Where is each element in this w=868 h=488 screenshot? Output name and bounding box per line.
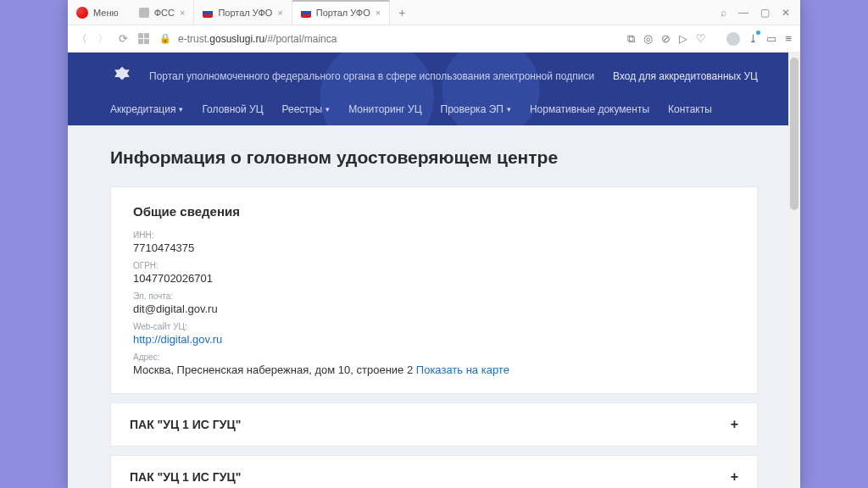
accordion-pak-2[interactable]: ПАК "УЦ 1 ИС ГУЦ" + — [110, 455, 758, 488]
svg-point-0 — [120, 71, 124, 75]
profile-avatar-icon[interactable] — [726, 32, 740, 46]
lock-icon: 🔒 — [159, 33, 171, 44]
camera-icon[interactable]: ◎ — [643, 32, 653, 45]
accordion-pak-1[interactable]: ПАК "УЦ 1 ИС ГУЦ" + — [110, 402, 758, 446]
tab-title: Портал УФО — [316, 8, 370, 18]
site-title: Портал уполномоченного федерального орга… — [149, 70, 598, 82]
nav-head-uc[interactable]: Головной УЦ — [202, 103, 263, 115]
site-label: Web-сайт УЦ: — [133, 322, 735, 331]
general-heading: Общие сведения — [133, 204, 735, 219]
general-info-card: Общие сведения ИНН: 7710474375 ОГРН: 104… — [110, 186, 758, 394]
search-icon[interactable]: ⌕ — [721, 7, 726, 19]
reload-icon[interactable]: ⟳ — [119, 32, 128, 45]
snapshot-icon[interactable]: ⧉ — [627, 32, 635, 46]
adblock-icon[interactable]: ⊘ — [661, 32, 670, 45]
close-window-icon[interactable]: ✕ — [782, 7, 790, 19]
favicon-icon — [301, 8, 311, 18]
address-value: Москва, Пресненская набережная, дом 10, … — [133, 363, 735, 376]
inn-value: 7710474375 — [133, 241, 735, 254]
maximize-icon[interactable]: ▢ — [760, 7, 770, 19]
url-prefix: e-trust. — [178, 33, 209, 45]
scrollbar-thumb[interactable] — [790, 58, 798, 210]
downloads-icon[interactable]: ⤓ — [748, 32, 758, 45]
close-icon[interactable]: × — [180, 8, 185, 18]
tab-title: ФСС — [154, 8, 175, 18]
url-path: /#/portal/mainca — [264, 33, 337, 45]
opera-logo-icon — [76, 7, 88, 19]
toolbar-icons: ⧉ ◎ ⊘ ▷ ♡ ⤓ ▭ ≡ — [627, 32, 792, 46]
show-on-map-link[interactable]: Показать на карте — [416, 363, 509, 376]
speed-dial-icon[interactable] — [138, 33, 149, 44]
chevron-down-icon: ▾ — [507, 105, 511, 114]
nav-check-ep[interactable]: Проверка ЭП▾ — [441, 103, 511, 115]
login-link[interactable]: Вход для аккредитованных УЦ — [613, 70, 758, 82]
nav-accreditation[interactable]: Аккредитация▾ — [110, 103, 183, 115]
heart-icon[interactable]: ♡ — [696, 32, 706, 45]
chevron-down-icon: ▾ — [326, 105, 330, 114]
nav-registries[interactable]: Реестры▾ — [282, 103, 331, 115]
chevron-down-icon: ▾ — [179, 105, 183, 114]
play-icon[interactable]: ▷ — [679, 32, 687, 45]
tab-fss[interactable]: ФСС × — [131, 0, 195, 25]
back-icon[interactable]: 〈 — [76, 31, 87, 47]
favicon-icon — [139, 8, 149, 18]
page-title: Информация о головном удостоверяющем цен… — [110, 147, 758, 168]
inn-label: ИНН: — [133, 230, 735, 240]
sidebar-toggle-icon[interactable]: ≡ — [785, 32, 792, 45]
nav-contacts[interactable]: Контакты — [668, 103, 712, 115]
menu-button[interactable]: Меню — [93, 8, 119, 18]
new-tab-button[interactable]: + — [390, 6, 414, 19]
page-body: Информация о головном удостоверяющем цен… — [68, 125, 800, 488]
battery-icon[interactable]: ▭ — [766, 32, 776, 45]
accordion-label: ПАК "УЦ 1 ИС ГУЦ" — [130, 418, 241, 431]
close-icon[interactable]: × — [277, 8, 282, 18]
minimize-icon[interactable]: ― — [738, 7, 748, 19]
url-host: gosuslugi.ru — [209, 33, 264, 45]
favicon-icon — [203, 8, 213, 18]
tab-portal-1[interactable]: Портал УФО × — [194, 0, 292, 25]
tab-portal-2[interactable]: Портал УФО × — [292, 0, 390, 25]
ogrn-value: 1047702026701 — [133, 272, 735, 285]
scrollbar[interactable] — [788, 53, 800, 488]
site-header: Портал уполномоченного федерального орга… — [68, 53, 800, 125]
nav-monitoring[interactable]: Мониторинг УЦ — [348, 103, 421, 115]
nav-normative[interactable]: Нормативные документы — [530, 103, 649, 115]
expand-icon: + — [731, 469, 738, 485]
close-icon[interactable]: × — [376, 8, 381, 18]
email-label: Эл. почта: — [133, 291, 735, 301]
forward-icon[interactable]: 〉 — [97, 31, 108, 47]
address-label: Адрес: — [133, 352, 735, 362]
window-controls: ⌕ ― ▢ ✕ — [710, 7, 800, 19]
primary-nav: Аккредитация▾ Головной УЦ Реестры▾ Монит… — [110, 103, 758, 115]
titlebar: Меню ФСС × Портал УФО × Портал УФО × + ⌕… — [68, 0, 800, 25]
site-link[interactable]: http://digital.gov.ru — [133, 333, 735, 346]
accordion-label: ПАК "УЦ 1 ИС ГУЦ" — [130, 470, 241, 484]
tab-title: Портал УФО — [218, 8, 272, 18]
url-field[interactable]: 🔒 e-trust.gosuslugi.ru/#/portal/mainca — [159, 33, 617, 45]
browser-window: Меню ФСС × Портал УФО × Портал УФО × + ⌕… — [68, 0, 800, 488]
ogrn-label: ОГРН: — [133, 261, 735, 270]
email-value: dit@digital.gov.ru — [133, 302, 735, 315]
emblem-icon — [110, 64, 134, 88]
address-bar: 〈 〉 ⟳ 🔒 e-trust.gosuslugi.ru/#/portal/ma… — [68, 25, 800, 53]
page-viewport: Портал уполномоченного федерального орга… — [68, 53, 800, 488]
expand-icon: + — [731, 417, 738, 432]
